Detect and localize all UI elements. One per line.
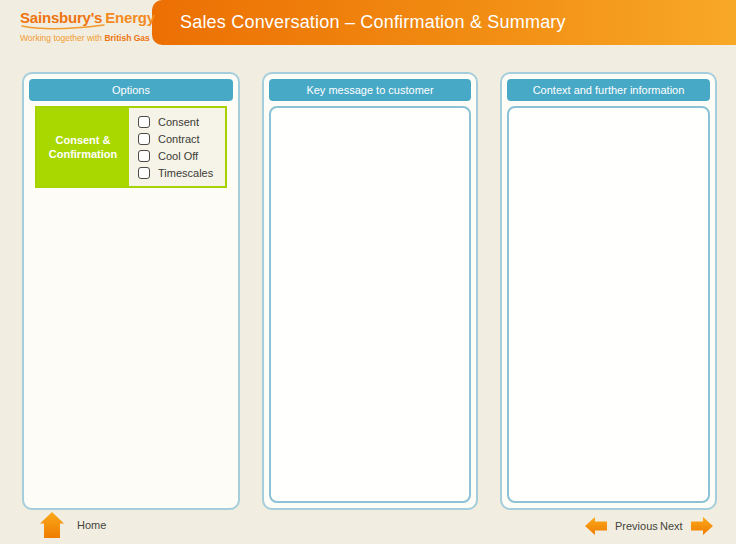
key-message-panel: Key message to customer (262, 72, 478, 510)
logo-tagline: Working together with British Gas (20, 33, 145, 43)
page-title: Sales Conversation – Confirmation & Summ… (152, 12, 566, 33)
page-header-banner: Sales Conversation – Confirmation & Summ… (152, 0, 736, 45)
context-panel-header: Context and further information (507, 79, 710, 101)
option-label-consent: Consent (158, 116, 199, 128)
british-gas-text: British Gas (104, 33, 149, 43)
group-label-consent-confirmation: Consent & Confirmation (37, 108, 129, 186)
checkbox-cool-off[interactable] (138, 150, 150, 162)
options-checkbox-list: Consent Contract Cool Off Timescales (129, 108, 225, 186)
option-label-timescales: Timescales (158, 167, 213, 179)
next-arrow-icon (691, 517, 713, 535)
home-button[interactable]: Home (40, 512, 106, 538)
option-row-consent[interactable]: Consent (138, 113, 225, 130)
next-button[interactable]: Next (660, 517, 713, 535)
checkbox-timescales[interactable] (138, 167, 150, 179)
option-row-contract[interactable]: Contract (138, 130, 225, 147)
options-panel: Options Consent & Confirmation Consent C… (22, 72, 240, 510)
home-button-label: Home (77, 519, 106, 531)
home-icon (40, 512, 64, 538)
option-row-timescales[interactable]: Timescales (138, 164, 225, 181)
context-panel: Context and further information (500, 72, 717, 510)
key-message-content-area (269, 106, 471, 503)
previous-arrow-icon (585, 517, 607, 535)
option-label-contract: Contract (158, 133, 200, 145)
key-message-panel-header: Key message to customer (269, 79, 471, 101)
logo-wordmark: Sainsbury'sEnergy (20, 9, 145, 26)
options-panel-header: Options (29, 79, 233, 101)
logo-brand-text: Sainsbury's (20, 9, 102, 26)
logo-energy-text: Energy (105, 9, 155, 26)
checkbox-consent[interactable] (138, 116, 150, 128)
sainsburys-energy-logo: Sainsbury'sEnergy Working together with … (20, 9, 145, 43)
option-row-cool-off[interactable]: Cool Off (138, 147, 225, 164)
previous-button[interactable]: Previous (585, 517, 658, 535)
previous-button-label: Previous (615, 520, 658, 532)
next-button-label: Next (660, 520, 683, 532)
option-label-cool-off: Cool Off (158, 150, 198, 162)
context-content-area (507, 106, 710, 503)
consent-confirmation-group: Consent & Confirmation Consent Contract … (35, 106, 227, 188)
checkbox-contract[interactable] (138, 133, 150, 145)
